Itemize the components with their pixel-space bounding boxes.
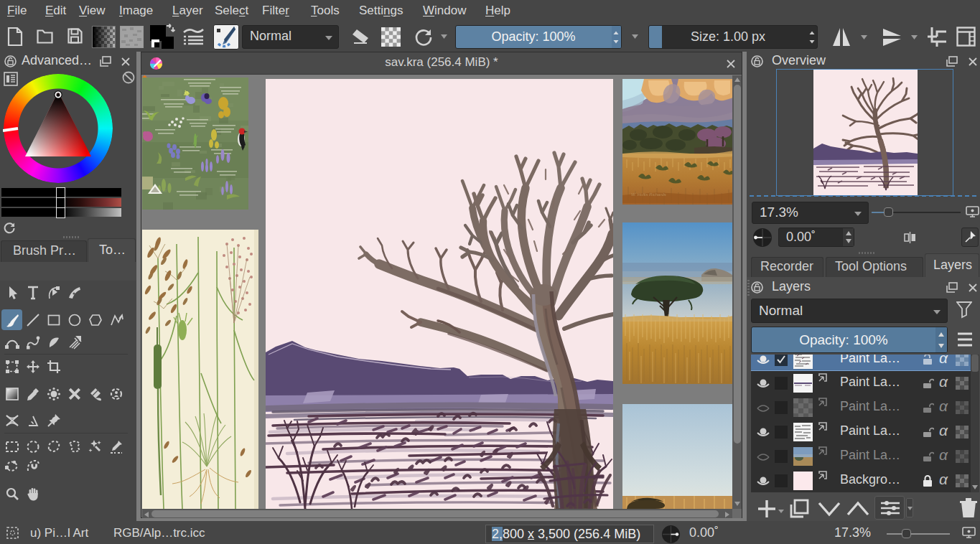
svg-text:W. Hollis Richards: W. Hollis Richards [631, 192, 666, 197]
